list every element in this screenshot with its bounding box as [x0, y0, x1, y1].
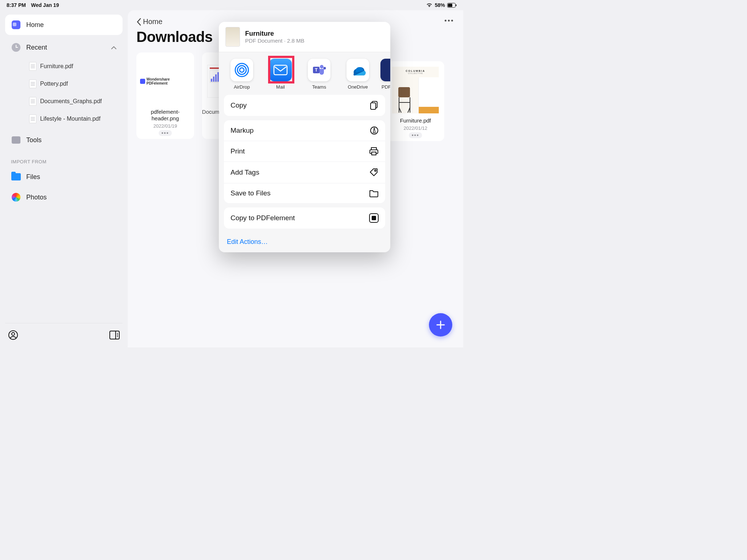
onedrive-icon — [349, 65, 366, 75]
svg-text:T: T — [315, 67, 318, 73]
svg-point-9 — [117, 336, 118, 337]
share-app-teams[interactable]: T Teams — [300, 59, 338, 90]
status-bar: 8:37 PM Wed Jan 19 58% — [0, 0, 463, 10]
recent-label: Recent — [26, 44, 47, 51]
action-markup[interactable]: Markup — [224, 120, 385, 141]
file-thumbnail: COLUMBIACOLLECTIVE — [390, 65, 441, 115]
file-card[interactable]: Wondershare PDFelement pdfelement-header… — [136, 52, 194, 139]
tools-label: Tools — [26, 136, 42, 144]
share-sheet-header: Furniture PDF Document · 2.8 MB — [219, 22, 390, 52]
svg-point-16 — [240, 68, 244, 72]
svg-rect-25 — [371, 103, 376, 109]
svg-rect-29 — [372, 152, 376, 155]
share-app-onedrive[interactable]: OneDrive — [338, 59, 377, 90]
share-file-title: Furniture — [245, 30, 305, 38]
account-icon[interactable] — [8, 330, 18, 340]
sidebar-toggle-icon[interactable] — [109, 331, 120, 339]
folder-icon — [369, 189, 379, 197]
sidebar-footer — [5, 323, 123, 343]
file-thumbnail: Wondershare PDFelement — [140, 56, 190, 106]
chevron-up-icon — [111, 44, 117, 51]
svg-point-22 — [320, 65, 324, 69]
share-actions-group: Copy — [224, 95, 385, 116]
markup-icon — [370, 126, 379, 135]
plus-icon — [436, 320, 446, 330]
share-file-subtitle: PDF Document · 2.8 MB — [245, 38, 305, 44]
chevron-left-icon — [136, 18, 142, 26]
action-add-tags[interactable]: Add Tags — [224, 162, 385, 183]
document-icon — [29, 114, 36, 123]
import-from-label: IMPORT FROM — [11, 159, 117, 164]
recent-file-item[interactable]: Furniture.pdf — [26, 58, 123, 75]
share-actions-group: Markup Print Add Tags Save to Files — [224, 120, 385, 203]
more-menu-button[interactable] — [445, 20, 453, 22]
app-logo-icon — [12, 20, 20, 29]
svg-point-7 — [117, 333, 118, 334]
teams-icon: T — [311, 62, 327, 78]
svg-point-17 — [237, 66, 246, 74]
files-label: Files — [26, 173, 40, 181]
action-save-to-files[interactable]: Save to Files — [224, 183, 385, 203]
status-date: Wed Jan 19 — [31, 2, 59, 8]
file-more-button[interactable]: ••• — [159, 130, 172, 136]
photos-label: Photos — [26, 194, 47, 201]
recent-file-item[interactable]: Documents_Graphs.pdf — [26, 93, 123, 110]
file-more-button[interactable]: ••• — [409, 132, 422, 138]
action-copy[interactable]: Copy — [224, 95, 385, 116]
clock-icon — [12, 43, 20, 52]
share-app-airdrop[interactable]: AirDrop — [222, 59, 261, 90]
share-app-mail[interactable]: Mail — [261, 59, 300, 90]
svg-point-30 — [375, 170, 376, 171]
document-icon — [29, 97, 36, 106]
svg-point-8 — [117, 335, 118, 336]
share-sheet: Furniture PDF Document · 2.8 MB AirDrop … — [219, 22, 390, 252]
share-apps-row[interactable]: AirDrop Mail T Teams OneDrive PDF — [219, 52, 390, 95]
svg-rect-10 — [398, 87, 410, 97]
action-copy-to-pdfelement[interactable]: Copy to PDFelement — [224, 207, 385, 229]
sidebar-item-home[interactable]: Home — [5, 15, 123, 35]
sidebar-item-photos[interactable]: Photos — [5, 187, 123, 207]
recent-file-item[interactable]: Pottery.pdf — [26, 75, 123, 93]
photos-icon — [12, 193, 20, 202]
file-date: 2022/01/19 — [153, 123, 177, 129]
tools-icon — [12, 136, 20, 144]
airdrop-icon — [234, 62, 250, 78]
print-icon — [369, 147, 379, 156]
battery-percent: 58% — [435, 2, 445, 8]
tag-icon — [369, 168, 379, 177]
status-time: 8:37 PM — [7, 2, 26, 8]
sidebar-item-files[interactable]: Files — [5, 167, 123, 187]
wifi-icon — [426, 3, 433, 8]
recent-file-item[interactable]: Lifestyle - Mountain.pdf — [26, 110, 123, 128]
svg-rect-2 — [456, 4, 457, 6]
share-file-thumbnail — [225, 27, 240, 47]
sidebar-item-recent[interactable]: Recent — [5, 37, 123, 58]
add-button[interactable] — [429, 313, 452, 337]
edit-actions-link[interactable]: Edit Actions… — [219, 233, 390, 252]
recent-list: Furniture.pdf Pottery.pdf Documents_Grap… — [5, 58, 123, 128]
mail-icon — [273, 65, 288, 75]
file-card[interactable]: COLUMBIACOLLECTIVE Furniture.pdf 2022/01… — [387, 61, 444, 141]
svg-point-4 — [12, 332, 15, 335]
svg-rect-1 — [448, 4, 452, 7]
folder-icon — [11, 173, 21, 180]
pdfelement-icon — [369, 213, 379, 223]
svg-rect-19 — [274, 65, 287, 75]
file-name: pdfelement-header.png — [139, 109, 191, 122]
sidebar-item-tools[interactable]: Tools — [5, 130, 123, 150]
home-label: Home — [26, 21, 44, 29]
document-icon — [29, 62, 36, 71]
file-date: 2022/01/12 — [403, 125, 427, 131]
copy-icon — [370, 101, 379, 110]
file-name: Furniture.pdf — [400, 117, 431, 124]
share-app-pdf[interactable]: PDF — [377, 59, 390, 90]
battery-icon — [447, 3, 457, 8]
share-actions-group: Copy to PDFelement — [224, 207, 385, 229]
document-icon — [29, 79, 36, 88]
action-print[interactable]: Print — [224, 141, 385, 162]
sidebar: Home Recent Furniture.pdf Pottery.pdf Do… — [0, 10, 128, 347]
